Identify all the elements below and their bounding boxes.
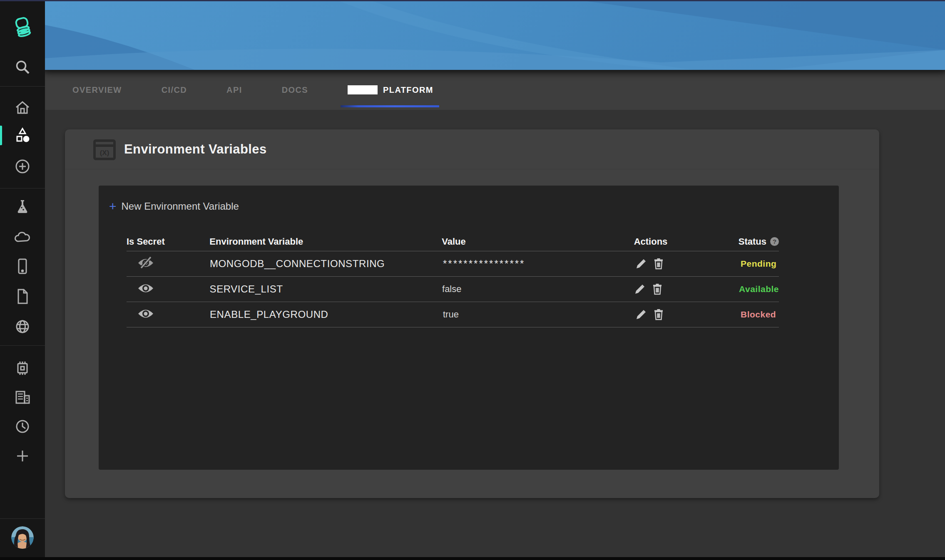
- new-environment-variable-button[interactable]: + New Environment Variable: [109, 201, 239, 212]
- tab-platform[interactable]: PLATFORM: [348, 85, 433, 95]
- sidebar: [0, 0, 45, 560]
- tab-label: PLATFORM: [383, 85, 433, 95]
- sidebar-divider: [0, 188, 45, 188]
- sidebar-item-cloud[interactable]: [0, 229, 45, 246]
- header-variable: Environment Variable: [209, 236, 442, 247]
- header-banner: [45, 0, 945, 70]
- tab-label: CI/CD: [162, 85, 187, 95]
- plus-icon: +: [109, 201, 117, 212]
- sidebar-divider: [0, 518, 45, 519]
- env-var-name: MONGODB__CONNECTIONSTRING: [210, 258, 443, 270]
- env-var-value: true: [443, 309, 636, 320]
- sidebar-item-docs[interactable]: [0, 288, 45, 305]
- tabs-container: OVERVIEWCI/CDAPIDOCSPLATFORM: [72, 70, 433, 110]
- svg-text:(X): (X): [100, 149, 109, 157]
- user-avatar[interactable]: [11, 526, 34, 549]
- header-actions: Actions: [634, 236, 739, 247]
- edit-pencil-icon[interactable]: [636, 258, 647, 269]
- row-actions: [636, 258, 741, 270]
- header-is-secret: Is Secret: [127, 236, 209, 247]
- sidebar-item-web[interactable]: [0, 318, 45, 335]
- env-var-name: SERVICE_LIST: [210, 283, 442, 295]
- edit-pencil-icon[interactable]: [634, 284, 645, 295]
- sidebar-item-org[interactable]: [0, 388, 45, 406]
- env-var-value: ****************: [443, 258, 636, 270]
- tab-docs[interactable]: DOCS: [282, 85, 308, 95]
- status-badge: Available: [739, 284, 779, 294]
- sidebar-item-catalog[interactable]: [0, 126, 45, 144]
- eye-icon[interactable]: [137, 307, 154, 320]
- sidebar-item-add[interactable]: [0, 447, 45, 465]
- env-var-table: Is Secret Environment Variable Value Act…: [127, 232, 779, 327]
- eye-icon[interactable]: [137, 282, 154, 295]
- tab-label: DOCS: [282, 85, 308, 95]
- table-row: MONGODB__CONNECTIONSTRING***************…: [127, 251, 779, 277]
- status-badge: Blocked: [741, 310, 779, 320]
- status-help-icon[interactable]: ?: [770, 237, 779, 246]
- sidebar-item-home[interactable]: [0, 99, 45, 116]
- sidebar-divider: [0, 86, 45, 87]
- banner-waves: [45, 0, 945, 70]
- env-var-name: ENABLE_PLAYGROUND: [210, 309, 443, 320]
- table-header-row: Is Secret Environment Variable Value Act…: [127, 232, 779, 251]
- sidebar-item-devices[interactable]: [0, 359, 45, 377]
- card-header: (X) Environment Variables: [65, 129, 879, 169]
- app-window: OVERVIEWCI/CDAPIDOCSPLATFORM: [0, 0, 945, 560]
- env-var-value: false: [442, 284, 634, 295]
- sidebar-item-create[interactable]: [0, 157, 45, 176]
- status-badge: Pending: [741, 259, 779, 269]
- delete-trash-icon[interactable]: [654, 309, 664, 320]
- sidebar-item-mobile[interactable]: [0, 258, 45, 275]
- eye-off-icon[interactable]: [137, 256, 154, 270]
- tab-ci-cd[interactable]: CI/CD: [162, 85, 187, 95]
- delete-trash-icon[interactable]: [652, 283, 662, 295]
- top-accent-line: [0, 0, 945, 1]
- row-actions: [634, 283, 739, 295]
- environment-variables-card: (X) Environment Variables + New Environm…: [65, 129, 879, 498]
- table-row: ENABLE_PLAYGROUNDtrueBlocked: [127, 302, 779, 327]
- env-var-panel: + New Environment Variable Is Secret Env…: [99, 186, 839, 470]
- search-icon[interactable]: [0, 57, 45, 77]
- sidebar-item-experiments[interactable]: [0, 198, 45, 216]
- header-status: Status ?: [739, 236, 779, 247]
- redacted-brand-logo: [348, 85, 378, 94]
- sidebar-item-recent[interactable]: [0, 417, 45, 436]
- tab-label: OVERVIEW: [72, 85, 122, 95]
- bottom-strip: [0, 557, 945, 560]
- header-value: Value: [442, 236, 634, 247]
- edit-pencil-icon[interactable]: [636, 309, 647, 320]
- sidebar-divider: [0, 345, 45, 346]
- env-var-window-icon: (X): [93, 139, 116, 161]
- env-table-body: MONGODB__CONNECTIONSTRING***************…: [127, 251, 779, 327]
- row-actions: [636, 309, 741, 320]
- page-title: Environment Variables: [124, 129, 267, 169]
- tab-api[interactable]: API: [226, 85, 242, 95]
- table-row: SERVICE_LISTfalseAvailable: [127, 277, 779, 302]
- tab-label: API: [226, 85, 242, 95]
- tab-bar: OVERVIEWCI/CDAPIDOCSPLATFORM: [45, 70, 945, 110]
- delete-trash-icon[interactable]: [654, 258, 664, 270]
- tab-overview[interactable]: OVERVIEW: [72, 85, 122, 95]
- layers-logo-icon[interactable]: [0, 13, 45, 39]
